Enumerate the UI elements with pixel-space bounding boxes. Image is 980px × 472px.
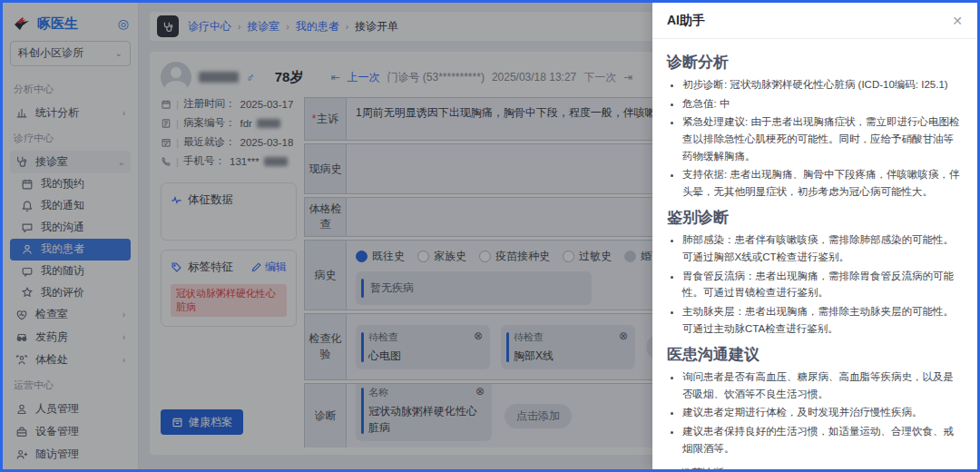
app-window: 啄医生 ◎ 科创小区诊所 ⌄ 分析中心 统计分析 › 诊疗中心 接诊室 ⌄ 我的… [0,0,980,472]
ai-heading-diagnosis-analysis: 诊断分析 [667,52,963,73]
ai-heading-communication-advice: 医患沟通建议 [667,344,963,365]
ai-assistant-drawer: AI助手 ✕ 诊断分析 初步诊断: 冠状动脉粥样硬化性心脏病 (ICD-10编码… [652,3,977,469]
ai-drawer-title: AI助手 [667,13,705,29]
ai-heading-differential-diagnosis: 鉴别诊断 [667,207,963,228]
diagnosis-analysis-list: 初步诊断: 冠状动脉粥样硬化性心脏病 (ICD-10编码: I25.1) 危急值… [667,76,963,200]
plus-box-icon: ⊞ [667,467,676,469]
close-icon[interactable]: ✕ [952,14,963,28]
recommended-diagnosis-label: ⊞ 推荐诊断 [667,466,963,469]
differential-diagnosis-list: 肺部感染：患者伴有咳嗽咳痰，需排除肺部感染的可能性。可通过胸部X线或CT检查进行… [667,231,963,337]
communication-advice-list: 询问患者是否有高血压、糖尿病、高血脂等疾病史，以及是否吸烟、饮酒等不良生活习惯。… [667,369,963,457]
